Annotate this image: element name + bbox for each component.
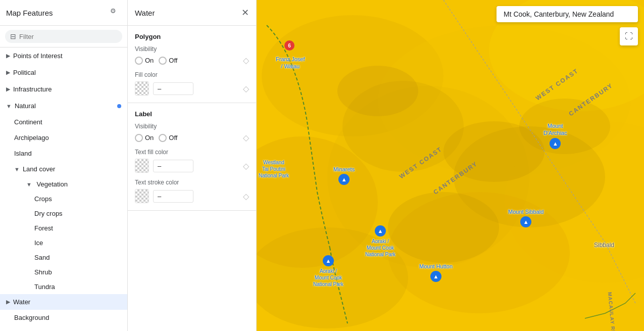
polygon-visibility-on[interactable]: On: [135, 57, 154, 65]
arrow-right-icon: ▶: [6, 53, 10, 59]
fullscreen-button[interactable]: ⛶: [620, 27, 638, 45]
diamond-icon: ◇: [243, 84, 249, 93]
diamond-icon: ◇: [243, 192, 249, 201]
sidebar-item-water[interactable]: ▶ Water: [0, 294, 127, 310]
polygon-title: Polygon: [135, 33, 249, 40]
sidebar-item-label: Archipelago: [14, 134, 49, 141]
filter-bar: ⊟: [0, 26, 127, 48]
label-visibility-off[interactable]: Off: [159, 134, 177, 142]
arrow-right-icon: ▶: [6, 299, 10, 305]
map-search-bar[interactable]: Mt Cook, Canterbury, New Zealand: [497, 6, 638, 22]
fill-color-value[interactable]: –: [153, 82, 193, 95]
svg-point-13: [519, 99, 610, 154]
sidebar-item-shrub[interactable]: Shrub: [0, 265, 127, 279]
arrow-right-icon: ▶: [6, 69, 10, 76]
visibility-label: Visibility: [135, 45, 249, 53]
middle-panel-header: Water ✕: [128, 0, 256, 26]
sidebar-item-points-of-interest[interactable]: ▶ Points of Interest: [0, 48, 127, 64]
sidebar-item-label: Sand: [34, 254, 49, 261]
left-panel: Map Features ⚙ ⊟ ▶ Points of Interest ▶ …: [0, 0, 128, 331]
diamond-icon: ◇: [243, 56, 249, 65]
sidebar-item-label: Infrastructure: [13, 85, 52, 93]
label-visibility-row: On Off ◇: [135, 133, 249, 143]
radio-on-circle: [135, 134, 143, 142]
diamond-icon: ◇: [243, 133, 249, 143]
sidebar-item-background[interactable]: Background: [0, 310, 127, 325]
polygon-section: Polygon Visibility On Off ◇ Fill color –…: [128, 26, 256, 103]
radio-on-label: On: [145, 57, 154, 64]
route-label: 6: [288, 43, 291, 49]
gear-icon[interactable]: ⚙: [110, 7, 121, 18]
sidebar-item-label: Forest: [34, 224, 53, 232]
diamond-icon: ◇: [243, 161, 249, 171]
text-fill-color-value[interactable]: –: [153, 160, 193, 172]
radio-off-circle: [159, 134, 167, 142]
radio-off-label: Off: [169, 57, 177, 64]
map-features-title: Map Features: [6, 9, 53, 17]
radio-on-circle: [135, 57, 143, 65]
text-fill-color-swatch[interactable]: [135, 159, 149, 173]
sidebar-item-vegetation[interactable]: ▼ Vegetation: [0, 177, 127, 192]
close-icon[interactable]: ✕: [241, 7, 249, 18]
sidebar-item-continent[interactable]: Continent: [0, 114, 127, 130]
sidebar-item-tundra[interactable]: Tundra: [0, 279, 127, 294]
left-panel-header: Map Features ⚙: [0, 0, 127, 26]
sidebar-item-dry-crops[interactable]: Dry crops: [0, 206, 127, 221]
sidebar-item-label: Ice: [34, 239, 43, 247]
label-visibility-on[interactable]: On: [135, 134, 154, 142]
fill-color-row: – ◇: [135, 81, 249, 96]
svg-point-11: [337, 66, 418, 116]
fill-color-label: Fill color: [135, 71, 249, 78]
text-stroke-color-swatch[interactable]: [135, 189, 149, 203]
sidebar-item-label: Political: [13, 69, 36, 76]
radio-off-label: Off: [169, 134, 177, 141]
text-fill-label: Text fill color: [135, 149, 249, 156]
search-value: Mt Cook, Canterbury, New Zealand: [504, 10, 614, 18]
sidebar-item-sand[interactable]: Sand: [0, 250, 127, 265]
arrow-down-icon: ▼: [6, 103, 12, 109]
map-area[interactable]: Mt Cook, Canterbury, New Zealand ⛶ 6 Fra…: [257, 0, 644, 331]
sidebar-item-natural[interactable]: ▼ Natural: [0, 98, 127, 114]
radio-off-circle: [159, 57, 167, 65]
polygon-visibility-off[interactable]: Off: [159, 57, 177, 65]
sidebar-item-label: Island: [14, 150, 32, 157]
sidebar-item-label: Crops: [34, 195, 52, 203]
text-stroke-color-value[interactable]: –: [153, 190, 193, 203]
arrow-down-icon: ▼: [14, 166, 20, 172]
sidebar-item-island[interactable]: Island: [0, 146, 127, 161]
filter-icon: ⊟: [10, 32, 16, 40]
label-section-title: Label: [135, 110, 249, 118]
text-stroke-label: Text stroke color: [135, 179, 249, 186]
text-fill-color-row: – ◇: [135, 159, 249, 173]
filter-input[interactable]: [19, 33, 117, 40]
route-6-marker: 6: [284, 40, 294, 51]
water-panel-title: Water: [135, 9, 155, 17]
sidebar-item-label: Land cover: [23, 165, 55, 173]
label-visibility-label: Visibility: [135, 123, 249, 130]
text-stroke-color-row: – ◇: [135, 189, 249, 203]
sidebar-item-forest[interactable]: Forest: [0, 221, 127, 235]
sidebar-item-label: Water: [13, 298, 30, 306]
radio-on-label: On: [145, 134, 154, 141]
sidebar-item-land-cover[interactable]: ▼ Land cover: [0, 161, 127, 177]
sidebar-item-crops[interactable]: Crops: [0, 192, 127, 206]
sidebar-item-label: Continent: [14, 118, 42, 126]
sidebar-item-archipelago[interactable]: Archipelago: [0, 130, 127, 146]
svg-point-14: [388, 192, 499, 263]
fill-color-swatch[interactable]: [135, 81, 149, 96]
sidebar-item-label: Shrub: [34, 268, 52, 276]
middle-panel: Water ✕ Polygon Visibility On Off ◇ Fill…: [128, 0, 257, 331]
sidebar-item-infrastructure[interactable]: ▶ Infrastructure: [0, 81, 127, 98]
sidebar-item-ice[interactable]: Ice: [0, 235, 127, 250]
sidebar-item-label: Background: [14, 314, 49, 321]
arrow-down-icon: ▼: [26, 181, 32, 187]
fullscreen-icon: ⛶: [625, 32, 633, 41]
sidebar-item-political[interactable]: ▶ Political: [0, 64, 127, 81]
filter-input-wrap: ⊟: [5, 30, 122, 43]
sidebar-item-label: Dry crops: [34, 210, 63, 217]
arrow-right-icon: ▶: [6, 86, 10, 92]
sidebar-item-label: Vegetation: [37, 180, 68, 188]
label-section: Label Visibility On Off ◇ Text fill colo…: [128, 103, 256, 211]
sidebar-item-label: Points of Interest: [13, 52, 63, 60]
sidebar-item-label: Tundra: [34, 283, 55, 291]
